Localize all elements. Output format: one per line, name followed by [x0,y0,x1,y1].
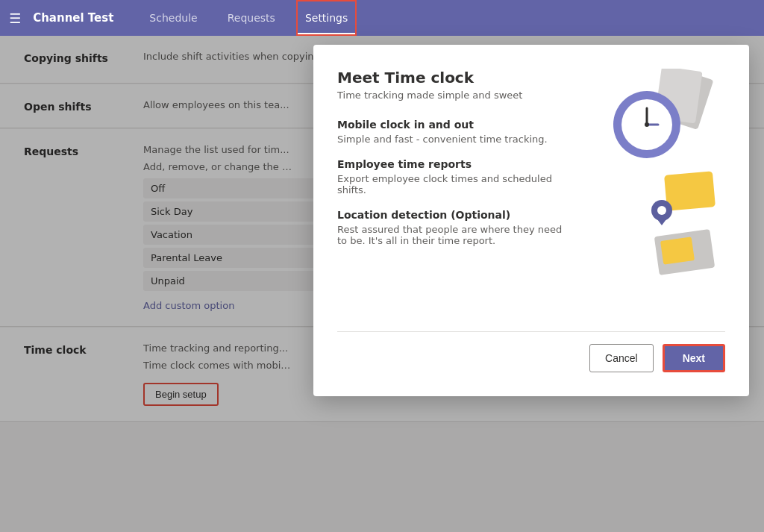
modal-illustration [591,69,725,307]
feature-1-desc: Simple and fast - convenient time tracki… [337,134,573,145]
modal-title: Meet Time clock [337,69,573,87]
feature-2-desc: Export employee clock times and schedule… [337,173,573,195]
feature-1-title: Mobile clock in and out [337,119,573,131]
modal-subtitle: Time tracking made simple and sweet [337,90,573,101]
pin-tail-icon [655,216,668,225]
modal-body: Meet Time clock Time tracking made simpl… [337,69,725,307]
modal-dialog: Meet Time clock Time tracking made simpl… [313,45,749,396]
tab-settings[interactable]: Settings [296,0,357,36]
modal-footer: Cancel Next [337,331,725,372]
clock-center-icon [645,122,649,127]
feature-3-title: Location detection (Optional) [337,209,573,221]
feature-2-title: Employee time reports [337,158,573,170]
feature-3-desc: Rest assured that people are where they … [337,224,573,246]
card-icon [664,171,716,210]
top-nav: ☰ Channel Test Schedule Requests Setting… [0,0,764,36]
cancel-button[interactable]: Cancel [589,344,654,372]
hamburger-icon[interactable]: ☰ [9,10,21,26]
tab-requests[interactable]: Requests [219,0,284,36]
tab-schedule[interactable]: Schedule [140,0,206,36]
modal-text: Meet Time clock Time tracking made simpl… [337,69,573,307]
pin-hole-icon [657,206,666,215]
illustration-svg [591,69,725,307]
next-button[interactable]: Next [663,344,725,372]
map-yellow-icon [660,237,695,265]
app-title: Channel Test [33,11,113,25]
